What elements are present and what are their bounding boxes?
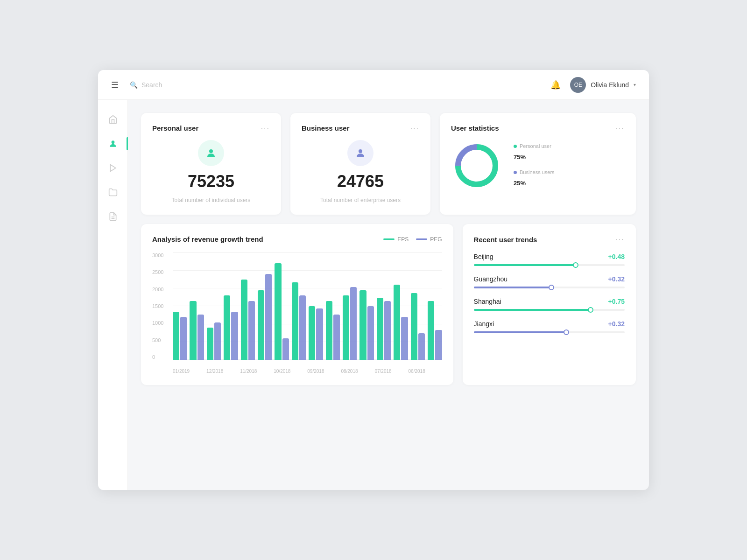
progress-bar-fill	[474, 264, 577, 266]
bell-icon[interactable]: 🔔	[550, 80, 561, 90]
peg-bar	[367, 306, 374, 360]
sidebar-item-users[interactable]	[103, 133, 123, 154]
chart-area: 300025002000150010005000 01/201912/20181…	[152, 252, 442, 374]
peg-bar	[248, 301, 255, 360]
eps-bar	[359, 290, 366, 360]
search-bar: 🔍	[130, 81, 550, 89]
donut-chart	[451, 140, 502, 191]
user-profile[interactable]: OE Olivia Eklund ▾	[570, 77, 636, 93]
personal-legend-label: Personal user	[520, 143, 551, 149]
trend-city: Shanghai	[474, 298, 501, 305]
app-window: ☰ 🔍 🔔 OE Olivia Eklund ▾	[98, 70, 649, 490]
eps-bar	[258, 290, 264, 360]
bar-group	[394, 252, 408, 360]
trend-value: +0.32	[608, 275, 625, 283]
eps-bar	[292, 282, 298, 360]
personal-user-label: Total number of individual users	[172, 197, 251, 203]
bar-group	[207, 252, 221, 360]
revenue-chart-card: Analysis of revenue growth trend EPS PEG	[141, 224, 453, 385]
business-user-count: 24765	[337, 172, 384, 191]
sidebar-item-doc[interactable]	[103, 206, 123, 227]
trends-card: Recent user trends ··· Beijing +0.48 Gua…	[463, 224, 636, 385]
business-dot	[514, 171, 517, 174]
eps-bar	[275, 263, 281, 360]
search-input[interactable]	[141, 81, 235, 89]
peg-bar	[180, 317, 187, 360]
top-nav: ☰ 🔍 🔔 OE Olivia Eklund ▾	[98, 70, 649, 100]
business-legend: Business users 25%	[514, 169, 555, 188]
eps-bar	[411, 293, 417, 360]
peg-bar	[265, 274, 272, 360]
bar-group	[292, 252, 306, 360]
x-label: 06/2018	[409, 369, 425, 374]
trend-top: Beijing +0.48	[474, 253, 625, 260]
svg-marker-1	[110, 165, 116, 172]
chart-header: Analysis of revenue growth trend EPS PEG	[152, 235, 442, 243]
chart-title: Analysis of revenue growth trend	[152, 235, 263, 243]
bar-group	[190, 252, 204, 360]
peg-bar	[401, 317, 408, 360]
x-label	[223, 369, 240, 374]
chart-y-labels: 300025002000150010005000	[152, 252, 169, 360]
card-header: Personal user ···	[152, 124, 270, 133]
progress-bar-bg	[474, 264, 625, 266]
progress-dot	[573, 262, 578, 268]
bar-group	[343, 252, 357, 360]
business-legend-label: Business users	[520, 169, 555, 175]
svg-point-4	[209, 149, 213, 153]
trend-value: +0.48	[608, 253, 625, 260]
eps-bar	[241, 280, 247, 360]
peg-bar	[282, 338, 289, 360]
x-label: 11/2018	[240, 369, 257, 374]
x-label: 10/2018	[274, 369, 290, 374]
eps-bar	[428, 301, 434, 360]
progress-dot	[588, 307, 593, 313]
eps-bar	[224, 295, 230, 360]
bar-group	[275, 252, 289, 360]
x-label: 12/2018	[206, 369, 223, 374]
stats-title: User statistics	[451, 124, 499, 132]
peg-label: PEG	[430, 236, 442, 243]
bar-group	[241, 252, 255, 360]
bar-group	[173, 252, 187, 360]
chart-bars	[173, 252, 442, 360]
business-user-menu[interactable]: ···	[410, 124, 419, 133]
peg-bar	[333, 315, 340, 360]
x-label: 08/2018	[341, 369, 358, 374]
chart-legend: EPS PEG	[383, 236, 442, 243]
eps-bar	[190, 301, 196, 360]
trend-item: Shanghai +0.75	[474, 298, 625, 311]
bar-group	[258, 252, 272, 360]
x-label	[290, 369, 307, 374]
sidebar-item-folder[interactable]	[103, 182, 123, 203]
peg-bar	[214, 322, 221, 360]
stats-menu[interactable]: ···	[616, 124, 625, 133]
sidebar-item-home[interactable]	[103, 109, 123, 130]
peg-bar	[231, 312, 238, 360]
menu-icon[interactable]: ☰	[111, 80, 119, 90]
sidebar-item-video[interactable]	[103, 158, 123, 178]
x-label	[392, 369, 409, 374]
peg-bar	[316, 308, 323, 360]
peg-bar	[418, 333, 425, 360]
progress-bar-bg	[474, 331, 625, 333]
trend-item: Guangzhou +0.32	[474, 275, 625, 288]
business-user-title: Business user	[302, 124, 350, 132]
trends-menu[interactable]: ···	[616, 235, 625, 244]
eps-bar	[394, 285, 400, 360]
personal-user-menu[interactable]: ···	[261, 124, 270, 133]
business-user-body: 24765 Total number of enterprise users	[302, 140, 419, 203]
peg-bar	[384, 301, 391, 360]
trend-top: Shanghai +0.75	[474, 298, 625, 305]
trends-title: Recent user trends	[474, 236, 537, 244]
card-header: Business user ···	[302, 124, 419, 133]
eps-label: EPS	[397, 236, 409, 243]
trend-value: +0.32	[608, 320, 625, 328]
bottom-cards: Analysis of revenue growth trend EPS PEG	[141, 224, 636, 385]
trend-top: Jiangxi +0.32	[474, 320, 625, 328]
business-user-icon	[347, 140, 374, 166]
eps-bar	[326, 301, 332, 360]
personal-user-title: Personal user	[152, 124, 198, 132]
x-label	[257, 369, 274, 374]
bar-group	[428, 252, 442, 360]
